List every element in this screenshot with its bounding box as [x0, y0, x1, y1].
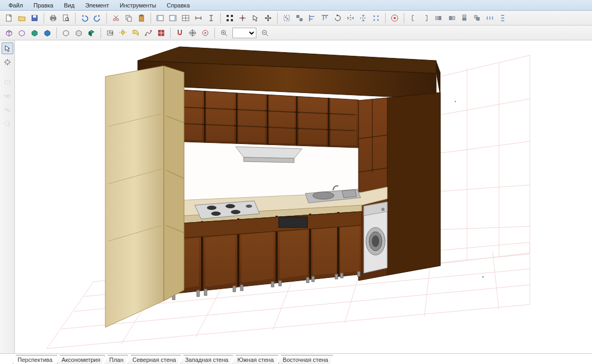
link-dashed-button[interactable] — [2, 90, 13, 102]
svg-line-108 — [9, 60, 10, 61]
chain-dashed-button[interactable] — [2, 104, 13, 116]
dimension-h-button[interactable] — [193, 12, 204, 24]
text-tool-button[interactable]: Aa — [104, 27, 116, 39]
menu-file[interactable]: Файл — [3, 1, 28, 10]
open-doc-button[interactable] — [16, 12, 28, 24]
wire-3-button[interactable] — [86, 27, 97, 39]
mirror-h-button[interactable] — [345, 12, 356, 24]
svg-rect-4 — [52, 15, 55, 17]
svg-point-152 — [207, 206, 216, 210]
view-3d-1-button[interactable] — [3, 27, 15, 39]
path-button[interactable] — [143, 27, 154, 39]
toolbar-separator — [101, 28, 101, 38]
svg-line-115 — [6, 109, 9, 111]
scene-marker — [455, 101, 456, 102]
view-3d-3-button[interactable] — [29, 27, 40, 39]
svg-rect-66 — [487, 16, 488, 20]
save-doc-button[interactable] — [29, 12, 40, 24]
arrow-select-button[interactable] — [2, 43, 13, 54]
move-button[interactable] — [262, 12, 274, 24]
redo-button[interactable] — [91, 12, 103, 24]
svg-point-36 — [241, 17, 244, 19]
info-button[interactable] — [389, 12, 401, 24]
wire-2-button[interactable] — [73, 27, 85, 39]
svg-rect-173 — [335, 274, 338, 279]
svg-line-95 — [225, 34, 227, 36]
svg-rect-67 — [489, 16, 490, 20]
layer-panel-button[interactable] — [154, 12, 166, 24]
svg-rect-16 — [140, 15, 143, 16]
clone-up-button[interactable] — [458, 12, 470, 24]
menu-element[interactable]: Элемент — [80, 1, 114, 10]
svg-rect-49 — [326, 16, 327, 19]
svg-rect-58 — [436, 16, 438, 20]
zoom-in-button[interactable] — [218, 27, 230, 39]
svg-rect-62 — [463, 15, 466, 17]
target-button[interactable] — [187, 27, 198, 39]
paste-button[interactable] — [136, 12, 147, 24]
zoom-level-dropdown[interactable] — [232, 28, 256, 38]
align-top-button[interactable] — [319, 12, 331, 24]
catalog-panel-button[interactable] — [167, 12, 179, 24]
materials-panel-button[interactable] — [180, 12, 191, 24]
rect-dashed-button[interactable] — [2, 77, 13, 88]
wire-1-button[interactable] — [60, 27, 72, 39]
svg-rect-2 — [33, 15, 36, 18]
ungroup-button[interactable] — [294, 12, 305, 24]
light-burst-button[interactable] — [2, 56, 13, 68]
rotate-button[interactable] — [332, 12, 344, 24]
zoom-out-button[interactable] — [259, 27, 271, 39]
magnet-button[interactable] — [174, 27, 186, 39]
print-preview-button[interactable] — [60, 12, 72, 24]
target-2-button[interactable] — [199, 27, 211, 39]
bracket-r-button[interactable] — [420, 12, 432, 24]
menu-view[interactable]: Вид — [59, 1, 80, 10]
align-left-button[interactable] — [306, 12, 318, 24]
array-button[interactable] — [370, 12, 382, 24]
view-3d-4-button[interactable] — [41, 27, 53, 39]
viewport-3d[interactable] — [15, 40, 592, 353]
copy-button[interactable] — [123, 12, 135, 24]
svg-point-81 — [145, 34, 147, 36]
tag-button[interactable] — [130, 27, 141, 39]
tab-axonometry[interactable]: Аксонометрия — [57, 355, 105, 364]
bracket-l-button[interactable] — [407, 12, 419, 24]
search-dashed-button[interactable] — [2, 118, 13, 130]
tab-plan[interactable]: План — [104, 355, 128, 364]
toolbar-separator — [151, 13, 151, 23]
select-grid-button[interactable] — [224, 12, 236, 24]
light-button[interactable] — [117, 27, 129, 39]
tab-south-wall[interactable]: Южная стена — [232, 355, 278, 364]
menu-help[interactable]: Справка — [162, 1, 195, 10]
menu-edit[interactable]: Правка — [28, 1, 59, 10]
cut-button[interactable] — [110, 12, 122, 24]
svg-point-9 — [113, 19, 115, 21]
snap-button[interactable] — [237, 12, 248, 24]
mirror-v-button[interactable] — [357, 12, 369, 24]
svg-point-93 — [205, 32, 206, 33]
clone-stack-button[interactable] — [471, 12, 483, 24]
svg-point-157 — [313, 192, 334, 199]
tab-east-wall[interactable]: Восточная стена — [278, 355, 333, 364]
new-doc-button[interactable] — [3, 12, 15, 24]
distribute-h-button[interactable] — [484, 12, 496, 24]
clone-right-button[interactable] — [446, 12, 457, 24]
toolbar-separator — [75, 13, 76, 23]
tab-north-wall[interactable]: Северная стена — [128, 355, 181, 364]
tab-perspective[interactable]: Перспектива — [13, 355, 57, 364]
grid-button[interactable] — [155, 27, 167, 39]
tab-west-wall[interactable]: Западная стена — [180, 355, 233, 364]
undo-button[interactable] — [79, 12, 90, 24]
distribute-v-button[interactable] — [497, 12, 508, 24]
svg-rect-171 — [306, 277, 309, 283]
pointer-button[interactable] — [249, 12, 261, 24]
svg-line-99 — [266, 34, 268, 36]
view-3d-2-button[interactable] — [16, 27, 28, 39]
menu-tools[interactable]: Инструменты — [114, 1, 162, 10]
tall-light-cabinet — [105, 66, 184, 327]
dimension-v-button[interactable] — [205, 12, 217, 24]
group-button[interactable] — [281, 12, 293, 24]
print-button[interactable] — [47, 12, 59, 24]
svg-rect-59 — [439, 16, 441, 20]
clone-left-button[interactable] — [433, 12, 445, 24]
